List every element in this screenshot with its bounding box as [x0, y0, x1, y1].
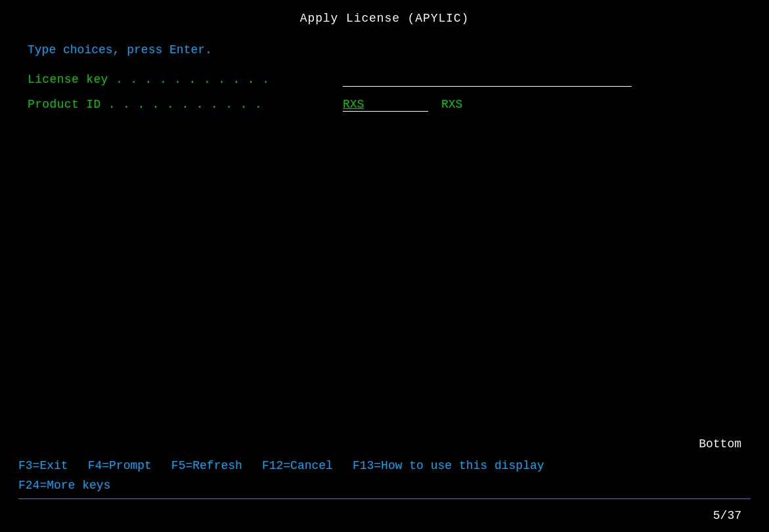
title-text: Apply License (APYLIC): [300, 12, 469, 25]
f13-key[interactable]: F13=How to use this display: [353, 456, 544, 476]
separator-line: [18, 499, 751, 499]
f12-key[interactable]: F12=Cancel: [262, 456, 333, 476]
product-id-row: Product ID . . . . . . . . . . . RXS: [28, 98, 769, 118]
form-area: License key . . . . . . . . . . . Produc…: [0, 70, 769, 118]
bottom-section: Bottom F3=Exit F4=Prompt F5=Refresh F12=…: [0, 437, 769, 496]
f3-key[interactable]: F3=Exit: [18, 456, 68, 476]
fkey-line-2: F24=More keys: [18, 476, 751, 496]
screen-title: Apply License (APYLIC): [0, 0, 769, 37]
license-key-input-wrapper: [343, 73, 632, 87]
f24-key[interactable]: F24=More keys: [18, 476, 110, 496]
function-keys: F3=Exit F4=Prompt F5=Refresh F12=Cancel …: [0, 456, 769, 496]
bottom-label: Bottom: [0, 437, 769, 451]
product-id-display: RXS: [441, 98, 462, 111]
instruction-text: Type choices, press Enter.: [0, 37, 769, 70]
product-id-input[interactable]: [343, 98, 428, 112]
page-indicator: 5/37: [713, 509, 741, 522]
fkey-line-1: F3=Exit F4=Prompt F5=Refresh F12=Cancel …: [18, 456, 751, 476]
license-key-label: License key . . . . . . . . . . .: [28, 73, 343, 86]
license-key-input[interactable]: [343, 73, 632, 87]
license-key-row: License key . . . . . . . . . . .: [28, 73, 769, 93]
product-id-input-wrapper: RXS: [343, 98, 462, 112]
product-id-label: Product ID . . . . . . . . . . .: [28, 98, 343, 111]
terminal-screen: Apply License (APYLIC) Type choices, pre…: [0, 0, 769, 532]
f4-key[interactable]: F4=Prompt: [88, 456, 152, 476]
f5-key[interactable]: F5=Refresh: [171, 456, 242, 476]
